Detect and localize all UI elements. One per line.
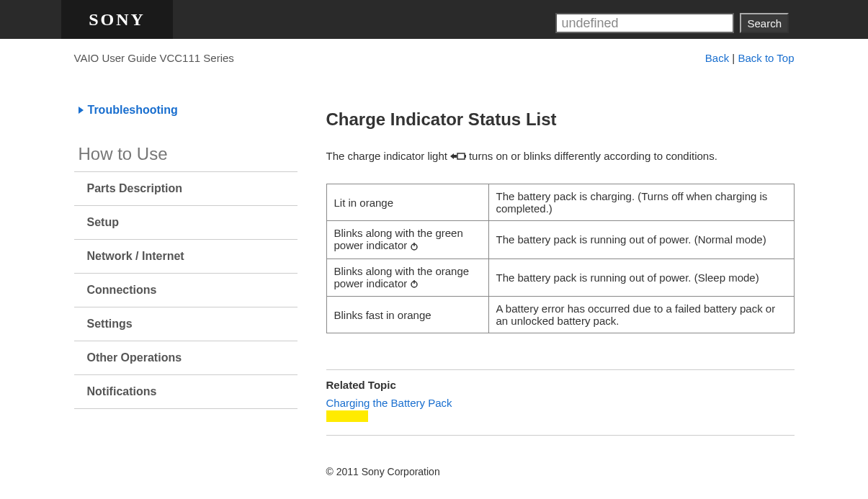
- sidebar-item-settings[interactable]: Settings: [74, 307, 297, 341]
- status-cell: Blinks along with the orange power indic…: [326, 259, 488, 297]
- status-table: Lit in orangeThe battery pack is chargin…: [326, 184, 795, 333]
- desc-cell: The battery pack is charging. (Turns off…: [488, 184, 794, 221]
- table-row: Blinks along with the green power indica…: [326, 221, 794, 259]
- guide-title: VAIO User Guide VCC111 Series: [74, 52, 234, 64]
- table-row: Blinks fast in orangeA battery error has…: [326, 297, 794, 333]
- copyright: © 2011 Sony Corporation: [326, 444, 795, 477]
- desc-cell: The battery pack is running out of power…: [488, 221, 794, 259]
- svg-rect-2: [465, 155, 466, 158]
- related-heading: Related Topic: [326, 379, 795, 391]
- sidebar: Troubleshooting How to Use Parts Descrip…: [74, 104, 297, 477]
- intro-after: turns on or blinks differently according…: [469, 150, 717, 162]
- logo: SONY: [61, 0, 173, 39]
- search-input[interactable]: [555, 13, 734, 33]
- nav-links: Back | Back to Top: [705, 52, 795, 64]
- how-to-use-heading: How to Use: [74, 144, 297, 164]
- top-bar: SONY Search: [0, 0, 868, 39]
- sidebar-item-notifications[interactable]: Notifications: [74, 375, 297, 409]
- status-cell: Lit in orange: [326, 184, 488, 221]
- chevron-right-icon: [79, 107, 84, 114]
- highlight-marker: [326, 410, 368, 422]
- sidebar-item-network[interactable]: Network / Internet: [74, 240, 297, 274]
- sidebar-item-connections[interactable]: Connections: [74, 274, 297, 307]
- desc-cell: The battery pack is running out of power…: [488, 259, 794, 297]
- back-link[interactable]: Back: [705, 52, 729, 64]
- desc-cell: A battery error has occurred due to a fa…: [488, 297, 794, 333]
- charge-indicator-icon: [450, 152, 466, 161]
- related-link[interactable]: Charging the Battery Pack: [326, 397, 795, 409]
- page-title: Charge Indicator Status List: [326, 109, 795, 130]
- svg-marker-0: [450, 153, 457, 159]
- main-content: Charge Indicator Status List The charge …: [326, 104, 795, 477]
- search-area: Search: [555, 13, 789, 33]
- power-icon: [410, 240, 419, 253]
- breadcrumb-row: VAIO User Guide VCC111 Series Back | Bac…: [74, 39, 795, 64]
- status-cell: Blinks fast in orange: [326, 297, 488, 333]
- table-row: Lit in orangeThe battery pack is chargin…: [326, 184, 794, 221]
- divider: [326, 435, 795, 436]
- logo-text: SONY: [89, 10, 146, 30]
- table-row: Blinks along with the orange power indic…: [326, 259, 794, 297]
- intro-text: The charge indicator light turns on or b…: [326, 150, 795, 162]
- sidebar-item-parts[interactable]: Parts Description: [74, 172, 297, 206]
- power-icon: [410, 278, 419, 290]
- back-to-top-link[interactable]: Back to Top: [738, 52, 794, 64]
- sidebar-item-setup[interactable]: Setup: [74, 206, 297, 240]
- search-button[interactable]: Search: [740, 13, 789, 33]
- status-cell: Blinks along with the green power indica…: [326, 221, 488, 259]
- troubleshooting-label: Troubleshooting: [88, 104, 178, 117]
- troubleshooting-link[interactable]: Troubleshooting: [79, 104, 297, 117]
- divider: [326, 369, 795, 370]
- sidebar-nav: Parts Description Setup Network / Intern…: [74, 171, 297, 409]
- svg-rect-1: [457, 153, 465, 159]
- intro-before: The charge indicator light: [326, 150, 447, 162]
- sidebar-item-other[interactable]: Other Operations: [74, 341, 297, 375]
